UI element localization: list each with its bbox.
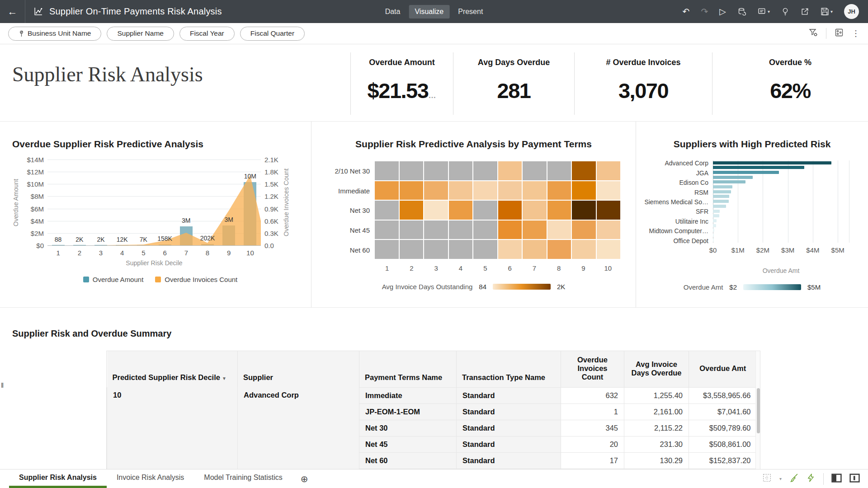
undo-icon[interactable]: ↶ bbox=[682, 6, 689, 17]
table-cell[interactable]: 1 bbox=[561, 404, 624, 420]
heatmap-cell[interactable] bbox=[375, 240, 399, 259]
supplier-cell[interactable]: Advanced Corp bbox=[238, 387, 359, 472]
decile-cell[interactable]: 10 bbox=[107, 387, 238, 472]
heatmap-cell[interactable] bbox=[449, 221, 473, 239]
table-cell[interactable]: 17 bbox=[561, 452, 624, 469]
table-cell[interactable]: 1,255.40 bbox=[624, 387, 689, 404]
column-header[interactable]: Avg Invoice Days Overdue bbox=[624, 351, 689, 387]
sort-icon[interactable]: ▼ bbox=[222, 376, 226, 381]
avatar[interactable]: JH bbox=[844, 4, 859, 19]
risk-bar[interactable] bbox=[713, 185, 732, 188]
kpi-overdue-invoices[interactable]: # Overdue Invoices 3,070 bbox=[574, 52, 712, 115]
heatmap-cell[interactable] bbox=[498, 240, 522, 259]
heatmap-cell[interactable] bbox=[473, 240, 497, 259]
refresh-data-icon[interactable] bbox=[737, 7, 746, 16]
heatmap-cell[interactable] bbox=[375, 181, 399, 200]
heatmap-cell[interactable] bbox=[473, 221, 497, 239]
risk-bar[interactable] bbox=[713, 176, 753, 179]
table-cell[interactable]: $508,861.00 bbox=[689, 436, 757, 452]
table-cell[interactable]: 345 bbox=[561, 420, 624, 436]
heatmap-cell[interactable] bbox=[424, 221, 448, 239]
kpi-avg-days-overdue[interactable]: Avg Days Overdue 281 bbox=[453, 52, 574, 115]
risk-bar[interactable] bbox=[713, 219, 717, 222]
heatmap-cell[interactable] bbox=[597, 221, 621, 239]
heatmap-cell[interactable] bbox=[424, 181, 448, 200]
heatmap-cell[interactable] bbox=[424, 240, 448, 259]
heatmap-cell[interactable] bbox=[572, 181, 596, 200]
column-header[interactable]: Payment Terms Name bbox=[359, 351, 457, 387]
column-header[interactable]: Overdue Invoices Count bbox=[561, 351, 624, 387]
hbar-chart[interactable]: Advanced CorpJGAEdison CoRSMSiemens Medi… bbox=[636, 160, 868, 291]
heatmap-cell[interactable] bbox=[498, 161, 522, 180]
risk-bar[interactable] bbox=[713, 239, 714, 242]
risk-bar[interactable] bbox=[713, 210, 720, 213]
heatmap-cell[interactable] bbox=[449, 161, 473, 180]
filter-pill-supplier-name[interactable]: Supplier Name bbox=[107, 27, 174, 41]
heatmap-cell[interactable] bbox=[375, 201, 399, 220]
heatmap-cell[interactable] bbox=[572, 201, 596, 220]
heatmap-cell[interactable] bbox=[424, 201, 448, 220]
left-panel-toggle-icon[interactable] bbox=[831, 474, 842, 484]
table-row[interactable]: 10Advanced CorpImmediateStandard6321,255… bbox=[107, 387, 757, 404]
table-cell[interactable]: $152,837.20 bbox=[689, 452, 757, 469]
filter-pill-business-unit[interactable]: Business Unit Name bbox=[8, 27, 101, 41]
table-cell[interactable]: 231.30 bbox=[624, 436, 689, 452]
heatmap-cell[interactable] bbox=[523, 240, 547, 259]
export-icon[interactable] bbox=[801, 7, 809, 16]
heatmap-cell[interactable] bbox=[523, 201, 547, 220]
legend-item[interactable]: Overdue Amount bbox=[83, 276, 144, 283]
risk-bar[interactable] bbox=[713, 190, 731, 193]
redo-icon[interactable]: ↷ bbox=[701, 6, 708, 17]
heatmap-cell[interactable] bbox=[498, 201, 522, 220]
kpi-overdue-percent[interactable]: Overdue % 62% bbox=[712, 52, 868, 115]
column-header[interactable]: Predicted Supplier Risk Decile▼ bbox=[107, 351, 238, 387]
auto-refresh-icon[interactable] bbox=[807, 473, 816, 484]
table-scrollbar[interactable] bbox=[755, 351, 760, 471]
heatmap-cell[interactable] bbox=[597, 161, 621, 180]
table-cell[interactable]: 130.29 bbox=[624, 452, 689, 469]
table-cell[interactable]: $3,558,965.66 bbox=[689, 387, 757, 404]
filter-settings-icon[interactable] bbox=[809, 28, 818, 39]
table-cell[interactable]: $7,041.60 bbox=[689, 404, 757, 420]
table-cell[interactable]: 632 bbox=[561, 387, 624, 404]
hbar-plot-area[interactable] bbox=[713, 160, 849, 243]
heatmap-cell[interactable] bbox=[572, 221, 596, 239]
filter-pill-fiscal-quarter[interactable]: Fiscal Quarter bbox=[240, 27, 305, 41]
heatmap-cell[interactable] bbox=[449, 181, 473, 200]
table-cell[interactable]: 20 bbox=[561, 436, 624, 452]
risk-bar[interactable] bbox=[713, 166, 804, 169]
risk-bar[interactable] bbox=[713, 161, 831, 164]
panel-resize-handle[interactable]: ‖ bbox=[1, 381, 3, 389]
table-cell[interactable]: Standard bbox=[457, 387, 561, 404]
right-panel-toggle-icon[interactable] bbox=[849, 474, 860, 484]
canvas-tab-supplier-risk[interactable]: Supplier Risk Analysis bbox=[9, 469, 107, 488]
heatmap-cell[interactable] bbox=[424, 161, 448, 180]
heatmap-cell[interactable] bbox=[523, 181, 547, 200]
heatmap-cell[interactable] bbox=[547, 181, 571, 200]
filter-pill-fiscal-year[interactable]: Fiscal Year bbox=[179, 27, 235, 41]
table-cell[interactable]: JP-EOM-1-EOM bbox=[359, 404, 457, 420]
risk-bar[interactable] bbox=[713, 195, 729, 198]
save-icon[interactable]: ▾ bbox=[821, 7, 833, 16]
back-button[interactable]: ← bbox=[0, 0, 25, 23]
heatmap-cell[interactable] bbox=[375, 161, 399, 180]
annotate-icon[interactable]: ▾ bbox=[758, 7, 770, 16]
heatmap-cell[interactable] bbox=[449, 240, 473, 259]
risk-bar[interactable] bbox=[713, 180, 745, 183]
legend-item[interactable]: Overdue Invoices Count bbox=[155, 276, 237, 283]
heatmap-cell[interactable] bbox=[473, 161, 497, 180]
heatmap-cell[interactable] bbox=[473, 181, 497, 200]
table-cell[interactable]: Standard bbox=[457, 420, 561, 436]
heatmap-cell[interactable] bbox=[400, 181, 424, 200]
combo-plot-area[interactable]: 882K2K12K7K158K3M202K3M10M bbox=[47, 160, 261, 245]
theme-brush-icon[interactable] bbox=[789, 473, 799, 484]
column-header[interactable]: Supplier bbox=[238, 351, 359, 387]
column-header[interactable]: Overdue Amt bbox=[689, 351, 757, 387]
tab-present[interactable]: Present bbox=[452, 5, 489, 19]
table-cell[interactable]: Standard bbox=[457, 436, 561, 452]
canvas-properties-icon[interactable] bbox=[835, 28, 844, 39]
table-cell[interactable]: 2,161.00 bbox=[624, 404, 689, 420]
heatmap-cell[interactable] bbox=[572, 240, 596, 259]
more-menu-icon[interactable]: ⋮ bbox=[852, 28, 860, 38]
heatmap-cell[interactable] bbox=[498, 181, 522, 200]
